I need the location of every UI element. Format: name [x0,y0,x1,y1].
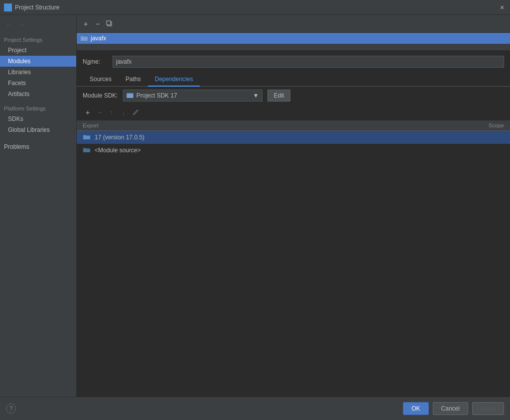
add-dep-button[interactable]: + [83,107,93,117]
title-bar: U Project Structure × [0,0,510,15]
project-settings-label: Project Settings [0,33,76,45]
svg-text:U: U [6,5,10,10]
sdk-label: Module SDK: [83,92,118,99]
module-toolbar: + − [77,15,510,33]
dep-table-header: Export Scope [77,120,510,131]
sidebar-item-libraries[interactable]: Libraries [0,67,76,78]
name-row: Name: [77,51,510,73]
forward-button[interactable]: → [16,20,26,30]
sidebar: ← → Project Settings Project Modules Lib… [0,15,77,420]
help-button[interactable]: ? [6,404,16,414]
move-down-dep-button[interactable]: ↓ [119,107,128,117]
sidebar-item-sdks[interactable]: SDKs [0,113,76,124]
platform-settings-label: Platform Settings [0,100,76,113]
dep-item-module-source[interactable]: <Module source> [77,144,510,157]
sidebar-item-modules[interactable]: Modules [0,56,76,67]
sidebar-item-problems[interactable]: Problems [0,139,76,152]
apply-button[interactable]: Apply [472,402,504,415]
dep-sdk-icon [83,133,91,141]
sdk-row: Module SDK: Project SDK 17 ▼ Edit [77,87,510,105]
dep-item-source-label: <Module source> [95,147,460,154]
dep-source-icon [83,146,91,154]
svg-rect-4 [81,37,88,41]
sdk-folder-icon [127,93,133,98]
cancel-button[interactable]: Cancel [433,402,468,415]
copy-module-button[interactable] [105,19,115,29]
sidebar-item-project[interactable]: Project [0,45,76,56]
sdk-value: Project SDK 17 [136,92,177,99]
right-panel: + − javafx [77,15,510,420]
tab-dependencies[interactable]: Dependencies [148,73,200,87]
ok-button[interactable]: OK [403,402,428,415]
back-button[interactable]: ← [4,20,14,30]
detail-panel: Name: Sources Paths Dependencies Module … [77,51,510,420]
dep-toolbar: + − ↑ ↓ [77,105,510,120]
dep-item-sdk17[interactable]: 17 (version 17.0.5) [77,131,510,144]
module-item-javafx[interactable]: javafx [77,33,510,44]
export-header: Export [83,122,464,128]
edit-dep-button[interactable] [130,107,140,117]
footer: ? OK Cancel Apply [0,397,510,420]
dep-list: 17 (version 17.0.5) <Module source> [77,131,510,398]
tab-paths[interactable]: Paths [119,73,148,87]
remove-module-button[interactable]: − [93,19,103,29]
sdk-dropdown-arrow: ▼ [253,92,259,99]
module-folder-icon [81,35,88,42]
svg-rect-3 [107,21,111,25]
close-button[interactable]: × [498,3,506,11]
move-up-dep-button[interactable]: ↑ [107,107,117,117]
tab-sources[interactable]: Sources [83,73,119,87]
name-label: Name: [83,58,108,65]
sidebar-item-artifacts[interactable]: Artifacts [0,89,76,100]
remove-dep-button[interactable]: − [95,107,105,117]
dep-item-sdk17-label: 17 (version 17.0.5) [95,134,460,141]
window-title: Project Structure [15,4,59,11]
name-input[interactable] [113,56,504,68]
module-name: javafx [91,35,106,42]
app-icon: U [4,3,12,11]
tabs-bar: Sources Paths Dependencies [77,73,510,87]
module-list: javafx [77,33,510,51]
sidebar-item-facets[interactable]: Facets [0,78,76,89]
edit-sdk-button[interactable]: Edit [267,90,291,102]
scope-header: Scope [464,122,504,128]
sdk-dropdown[interactable]: Project SDK 17 ▼ [123,90,262,102]
sidebar-item-global-libraries[interactable]: Global Libraries [0,124,76,135]
add-module-button[interactable]: + [81,19,91,29]
sidebar-nav: ← → [0,17,76,33]
